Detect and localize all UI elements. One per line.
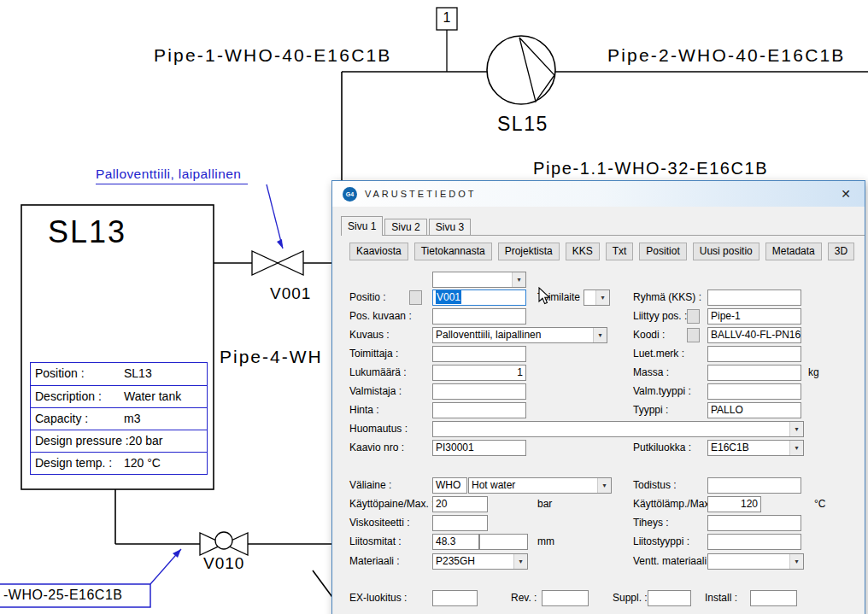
hinta-label: Hinta : — [349, 404, 379, 417]
valmistaja-label: Valmistaja : — [349, 385, 402, 398]
rev-input[interactable] — [542, 590, 589, 606]
liittyy-pos-label: Liittyy pos. : — [633, 310, 687, 323]
tyyppi-label: Tyyppi : — [633, 404, 668, 417]
materiaali-value: P235GH — [436, 555, 475, 567]
koodi-input[interactable]: BALLV-40-FL-PN16 — [707, 327, 801, 343]
projektista-button[interactable]: Projektista — [498, 243, 560, 260]
ex-luokitus-input[interactable] — [432, 590, 478, 606]
suppl-input[interactable] — [648, 590, 691, 606]
kaavio-nro-label: Kaavio nro : — [349, 441, 404, 454]
rev-label: Rev. : — [511, 592, 537, 605]
tank-table-row: Design temp. :120 °C — [31, 452, 207, 474]
metadata-button[interactable]: Metadata — [765, 243, 822, 260]
valve1-label: V001 — [270, 284, 311, 303]
chevron-down-icon: ▾ — [597, 478, 611, 493]
huomautus-combo[interactable]: ▾ — [432, 421, 804, 437]
mouse-cursor-icon — [538, 287, 551, 306]
dialog-titlebar[interactable]: G4 VARUSTETIEDOT ✕ — [332, 181, 865, 207]
kayttolamp-input[interactable]: 120 — [707, 496, 761, 512]
todistus-label: Todistus : — [633, 479, 677, 492]
kks-button[interactable]: KKS — [566, 243, 600, 260]
ventt-materiaali-combo[interactable]: ▾ — [707, 553, 804, 570]
positio-input[interactable]: V001 — [432, 289, 526, 306]
uusi-positio-button[interactable]: Uusi positio — [693, 243, 760, 260]
tank-row-label: Description : — [35, 386, 124, 407]
txt-button[interactable]: Txt — [606, 243, 634, 260]
hinta-input[interactable] — [432, 402, 526, 418]
valmistaja-input[interactable] — [432, 383, 526, 400]
liittyy-pos-picker-button[interactable] — [687, 309, 700, 324]
pos-kuvaan-input[interactable] — [432, 308, 526, 325]
todistus-input[interactable] — [707, 477, 801, 494]
tyyppi-input[interactable]: PALLO — [707, 402, 801, 418]
install-input[interactable] — [750, 590, 797, 606]
tiheys-input[interactable] — [707, 515, 801, 531]
liitosmitat-input[interactable]: 48.3 — [432, 534, 479, 550]
app-logo-icon: G4 — [343, 187, 357, 202]
ryhma-label: Ryhmä (KKS) : — [633, 291, 701, 304]
luet-merk-label: Luet.merk : — [633, 348, 684, 360]
tank-row-value: m3 — [124, 408, 140, 430]
liitostyyppi-input[interactable] — [707, 534, 801, 550]
valm-tyyppi-label: Valm.tyyppi : — [633, 385, 691, 398]
annotation-leader-line — [267, 184, 283, 249]
liitosmitat-input2[interactable] — [479, 534, 528, 550]
pipe4-label: Pipe-4-WH — [220, 347, 323, 367]
valiaine-combo[interactable]: Hot water▾ — [468, 477, 612, 494]
tietokannasta-button[interactable]: Tietokannasta — [414, 243, 492, 260]
ex-luokitus-label: EX-luokitus : — [349, 592, 407, 605]
tank-table-row: Position :SL13 — [31, 363, 207, 385]
tank-table-row: Description :Water tank — [31, 385, 207, 407]
tiheys-label: Tiheys : — [633, 517, 669, 529]
tab-sivu1[interactable]: Sivu 1 — [341, 216, 383, 236]
valiaine-code-input[interactable]: WHO — [432, 477, 467, 494]
chevron-down-icon: ▾ — [513, 554, 527, 569]
pump-label: SL15 — [497, 113, 548, 136]
3d-button[interactable]: 3D — [828, 243, 854, 260]
putkiluokka-combo[interactable]: E16C1B▾ — [707, 440, 804, 456]
tank-row-label: Capacity : — [35, 408, 124, 430]
chevron-down-icon: ▾ — [593, 328, 607, 342]
huomautus-label: Huomautus : — [349, 423, 408, 436]
materiaali-combo[interactable]: P235GH▾ — [432, 553, 528, 570]
toimittaja-input[interactable] — [432, 346, 526, 362]
kayttolamp-unit: °C — [814, 498, 825, 511]
bottom-pipe-label: -WHO-25-E16C1B — [3, 588, 122, 603]
massa-input[interactable] — [707, 365, 801, 381]
tab-strip: Sivu 1 Sivu 2 Sivu 3 — [341, 216, 865, 236]
pos-kuvaan-label: Pos. kuvaan : — [349, 310, 412, 323]
suppl-label: Suppl. : — [613, 592, 648, 605]
kuvaus-combo[interactable]: Palloventtiili, laipallinen▾ — [432, 327, 607, 343]
valm-tyyppi-input[interactable] — [707, 383, 801, 400]
kaavio-nro-input[interactable]: PI30001 — [432, 440, 526, 456]
tank-row-value: 120 °C — [124, 453, 161, 474]
tab-sivu3[interactable]: Sivu 3 — [429, 219, 471, 235]
tab-sivu2[interactable]: Sivu 2 — [384, 219, 426, 235]
close-icon[interactable]: ✕ — [837, 186, 854, 202]
chevron-down-icon: ▾ — [789, 441, 803, 455]
ryhma-input[interactable] — [707, 289, 801, 306]
valiaine-name: Hot water — [472, 479, 515, 491]
putkiluokka-value: E16C1B — [711, 441, 749, 453]
dialog-toolbar: Kaaviosta Tietokannasta Projektista KKS … — [349, 243, 854, 260]
kayttopaine-input[interactable]: 20 — [432, 496, 488, 512]
viskositeetti-input[interactable] — [432, 515, 488, 531]
varustetiedot-dialog: G4 VARUSTETIEDOT ✕ Sivu 1 Sivu 2 Sivu 3 … — [331, 180, 865, 614]
lukumaara-input[interactable]: 1 — [432, 365, 526, 381]
tank-row-value: Water tank — [124, 386, 181, 407]
liittyy-pos-input[interactable]: Pipe-1 — [707, 308, 801, 325]
tank-row-label: Design temp. : — [35, 453, 124, 474]
chevron-down-icon: ▾ — [512, 272, 525, 287]
positio-label: Positio : — [349, 291, 386, 304]
toimilaite-combo[interactable]: ▾ — [584, 289, 610, 306]
tank-data-table: Position :SL13 Description :Water tank C… — [30, 362, 208, 475]
koodi-picker-button[interactable] — [687, 328, 700, 342]
kuvaus-value: Palloventtiili, laipallinen — [436, 329, 541, 341]
top-dropdown[interactable]: ▾ — [432, 272, 526, 288]
luet-merk-input[interactable] — [707, 346, 801, 362]
positio-picker-button[interactable] — [409, 290, 422, 305]
kaaviosta-button[interactable]: Kaaviosta — [349, 243, 408, 260]
positiot-button[interactable]: Positiot — [639, 243, 686, 260]
valve-symbol-v001[interactable] — [252, 251, 278, 275]
kayttopaine-label: Käyttöpaine/Max. : — [349, 498, 434, 511]
